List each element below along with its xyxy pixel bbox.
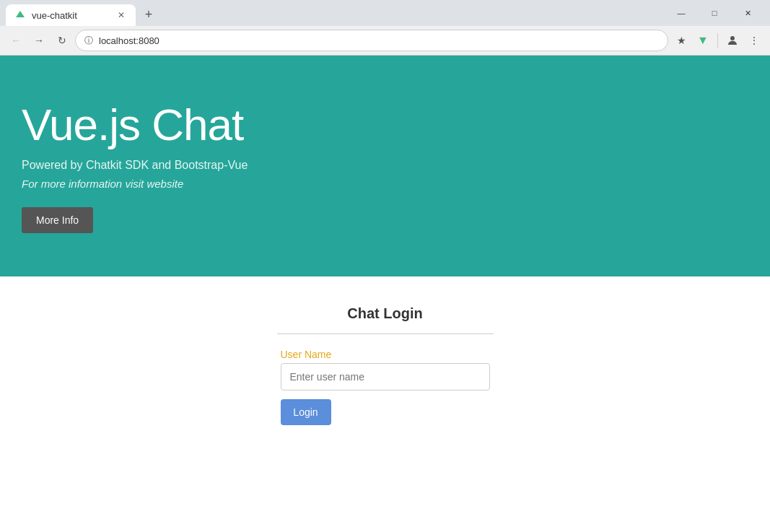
svg-marker-0 <box>16 11 25 17</box>
tab-title-text: vue-chatkit <box>32 10 77 21</box>
maximize-button[interactable]: □ <box>698 0 731 26</box>
back-button[interactable]: ← <box>6 30 26 51</box>
new-tab-button[interactable]: + <box>139 4 159 25</box>
login-button[interactable]: Login <box>281 399 331 425</box>
hero-section: Vue.js Chat Powered by Chatkit SDK and B… <box>0 56 770 276</box>
close-button[interactable]: ✕ <box>731 0 764 26</box>
username-field-group: User Name <box>281 349 490 391</box>
username-input[interactable] <box>281 363 490 391</box>
hero-visit-text: For more information visit website <box>22 178 748 190</box>
hero-title: Vue.js Chat <box>22 99 748 150</box>
tab-close-button[interactable]: ✕ <box>115 9 127 21</box>
more-info-button[interactable]: More Info <box>22 207 93 233</box>
login-form: User Name Login <box>281 349 490 425</box>
login-title: Chat Login <box>347 305 422 322</box>
browser-toolbar: ← → ↻ ⓘ localhost:8080 ★ ▼ ⋮ <box>0 26 770 55</box>
hero-subtitle: Powered by Chatkit SDK and Bootstrap-Vue <box>22 159 748 172</box>
bookmark-button[interactable]: ★ <box>671 30 691 51</box>
toolbar-actions: ★ ▼ ⋮ <box>671 30 764 51</box>
vue-extension-button[interactable]: ▼ <box>693 30 713 51</box>
browser-window: vue-chatkit ✕ + — □ ✕ ← → ↻ ⓘ localhost:… <box>0 0 770 56</box>
window-controls: — □ ✕ <box>665 0 764 26</box>
forward-button[interactable]: → <box>29 30 49 51</box>
profile-button[interactable] <box>722 30 743 51</box>
minimize-button[interactable]: — <box>665 0 698 26</box>
menu-button[interactable]: ⋮ <box>744 30 764 51</box>
address-bar[interactable]: ⓘ localhost:8080 <box>75 30 668 51</box>
browser-tab[interactable]: vue-chatkit ✕ <box>6 4 136 26</box>
login-section: Chat Login User Name Login <box>0 276 770 454</box>
username-label: User Name <box>281 349 490 360</box>
svg-point-1 <box>730 36 735 40</box>
url-text: localhost:8080 <box>99 35 659 46</box>
tab-favicon-icon <box>14 9 26 21</box>
login-divider <box>277 333 494 334</box>
reload-button[interactable]: ↻ <box>52 30 72 51</box>
secure-icon: ⓘ <box>84 35 93 47</box>
browser-titlebar: vue-chatkit ✕ + — □ ✕ <box>0 0 770 26</box>
page-content: Vue.js Chat Powered by Chatkit SDK and B… <box>0 56 770 454</box>
toolbar-divider <box>717 33 718 48</box>
